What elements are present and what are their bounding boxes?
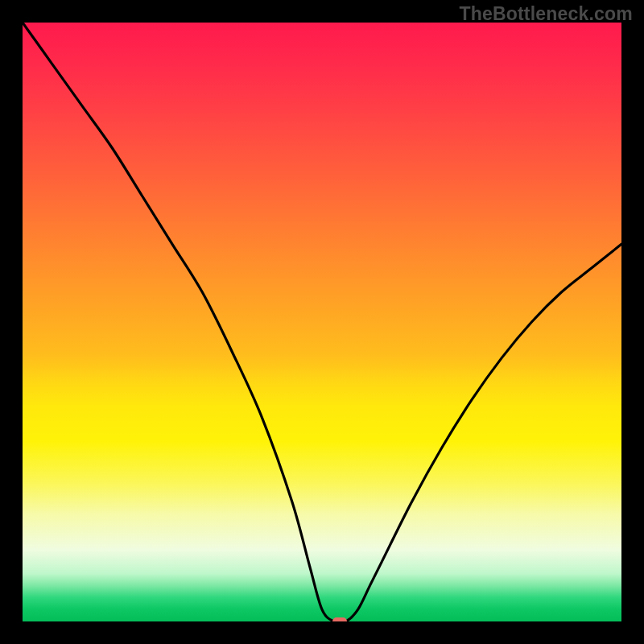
plot-area xyxy=(23,23,621,621)
optimal-marker xyxy=(332,617,347,621)
watermark-text: TheBottleneck.com xyxy=(459,3,633,25)
curve-path xyxy=(23,23,621,621)
chart-frame: TheBottleneck.com xyxy=(0,0,644,644)
bottleneck-curve xyxy=(23,23,621,621)
